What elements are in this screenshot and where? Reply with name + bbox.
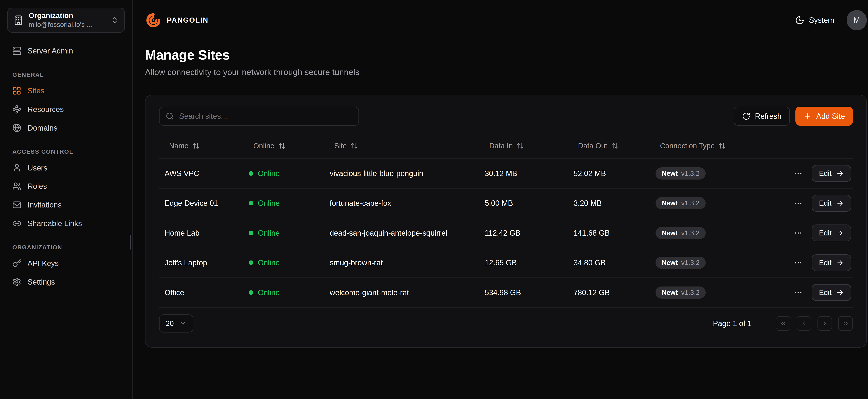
data-out-cell: 52.02 MB bbox=[568, 169, 650, 178]
next-page-button[interactable] bbox=[817, 316, 832, 331]
chevrons-right-icon bbox=[842, 320, 849, 327]
sidebar-item-label: Invitations bbox=[28, 200, 62, 210]
row-actions-cell: Edit bbox=[787, 224, 856, 241]
connection-type-cell: Newt v1.3.2 bbox=[650, 197, 787, 209]
row-menu-button[interactable] bbox=[793, 287, 804, 298]
row-actions-cell: Edit bbox=[787, 254, 856, 271]
page-size-select[interactable]: 20 bbox=[159, 314, 193, 333]
arrow-right-icon bbox=[836, 288, 844, 296]
online-label: Online bbox=[258, 258, 280, 267]
refresh-button[interactable]: Refresh bbox=[734, 106, 790, 126]
sidebar-item-label: Resources bbox=[28, 104, 64, 114]
edit-button[interactable]: Edit bbox=[812, 195, 851, 212]
connection-version: v1.3.2 bbox=[681, 170, 700, 177]
sidebar: Organization milo@fossorial.io's ... Ser… bbox=[0, 0, 133, 399]
toolbar-actions: Refresh Add Site bbox=[734, 106, 853, 126]
edit-button[interactable]: Edit bbox=[812, 254, 851, 271]
search-sites bbox=[159, 106, 359, 126]
sidebar-item-invitations[interactable]: Invitations bbox=[7, 195, 125, 214]
add-site-button[interactable]: Add Site bbox=[796, 106, 853, 126]
sites-panel: Refresh Add Site Name bbox=[145, 95, 867, 347]
sidebar-item-label: Settings bbox=[28, 277, 55, 287]
connection-badge: Newt v1.3.2 bbox=[655, 167, 706, 180]
connection-client: Newt bbox=[662, 229, 678, 237]
online-dot bbox=[249, 171, 253, 176]
row-menu-button[interactable] bbox=[793, 197, 804, 209]
theme-toggle[interactable]: System bbox=[795, 16, 834, 25]
column-header-data-out[interactable]: Data Out bbox=[568, 142, 650, 150]
row-actions-cell: Edit bbox=[787, 195, 856, 212]
sidebar-item-shareable-links[interactable]: Shareable Links bbox=[7, 214, 125, 233]
search-input[interactable] bbox=[179, 112, 352, 121]
sort-icon bbox=[517, 142, 524, 150]
online-label: Online bbox=[258, 199, 280, 208]
last-page-button[interactable] bbox=[838, 316, 853, 331]
data-out-cell: 34.80 GB bbox=[568, 258, 650, 267]
row-menu-button[interactable] bbox=[793, 227, 804, 239]
edit-button[interactable]: Edit bbox=[812, 284, 851, 301]
connection-version: v1.3.2 bbox=[681, 289, 700, 296]
edit-label: Edit bbox=[819, 199, 832, 207]
add-site-label: Add Site bbox=[816, 112, 845, 121]
edit-label: Edit bbox=[819, 169, 832, 178]
section-label-organization: ORGANIZATION bbox=[12, 244, 120, 251]
row-menu-button[interactable] bbox=[793, 257, 804, 269]
site-name-cell: Office bbox=[159, 288, 243, 297]
table-row: Edge Device 01 Online fortunate-cape-fox… bbox=[159, 188, 853, 218]
connection-client: Newt bbox=[662, 259, 678, 267]
pagination: Page 1 of 1 bbox=[713, 316, 853, 331]
column-header-online[interactable]: Online bbox=[243, 142, 324, 150]
column-header-connection-type[interactable]: Connection Type bbox=[650, 142, 787, 150]
sidebar-item-label: Server Admin bbox=[28, 46, 73, 56]
sidebar-scrollbar-thumb[interactable] bbox=[130, 235, 132, 249]
avatar[interactable]: M bbox=[847, 10, 867, 30]
edit-label: Edit bbox=[819, 229, 832, 237]
org-selector-subtitle: milo@fossorial.io's ... bbox=[29, 21, 106, 29]
edit-button[interactable]: Edit bbox=[812, 165, 851, 182]
search-icon bbox=[166, 112, 174, 121]
column-header-site[interactable]: Site bbox=[324, 142, 479, 150]
connection-version: v1.3.2 bbox=[681, 259, 700, 267]
chevrons-left-icon bbox=[779, 320, 787, 327]
edit-button[interactable]: Edit bbox=[812, 224, 851, 241]
main-area: PANGOLIN System M Manage Sites Allow con… bbox=[133, 0, 868, 399]
chevrons-up-down-icon bbox=[111, 16, 119, 24]
row-actions-cell: Edit bbox=[787, 165, 856, 182]
prev-page-button[interactable] bbox=[797, 316, 811, 331]
arrow-right-icon bbox=[836, 170, 844, 177]
sort-icon bbox=[611, 142, 618, 150]
sites-toolbar: Refresh Add Site bbox=[159, 106, 853, 126]
brand: PANGOLIN bbox=[145, 12, 209, 29]
brand-name: PANGOLIN bbox=[167, 16, 209, 24]
column-header-data-in[interactable]: Data In bbox=[479, 142, 568, 150]
table-row: AWS VPC Online vivacious-little-blue-pen… bbox=[159, 158, 853, 188]
site-id-cell: vivacious-little-blue-penguin bbox=[324, 169, 479, 178]
sidebar-item-roles[interactable]: Roles bbox=[7, 177, 125, 196]
sidebar-item-api-keys[interactable]: API Keys bbox=[7, 254, 125, 273]
first-page-button[interactable] bbox=[776, 316, 790, 331]
row-menu-button[interactable] bbox=[793, 168, 804, 179]
column-label: Connection Type bbox=[660, 142, 715, 150]
org-selector-title: Organization bbox=[29, 11, 106, 20]
sidebar-item-label: Shareable Links bbox=[28, 219, 82, 228]
data-out-cell: 780.12 GB bbox=[568, 288, 650, 297]
sidebar-nav: Server Admin GENERAL Sites Resources Dom bbox=[7, 41, 125, 291]
sidebar-item-server-admin[interactable]: Server Admin bbox=[7, 41, 125, 60]
sidebar-item-resources[interactable]: Resources bbox=[7, 100, 125, 119]
table-row: Home Lab Online dead-san-joaquin-antelop… bbox=[159, 218, 853, 248]
connection-badge: Newt v1.3.2 bbox=[655, 197, 706, 209]
online-label: Online bbox=[258, 229, 280, 237]
sidebar-item-domains[interactable]: Domains bbox=[7, 119, 125, 137]
sidebar-item-settings[interactable]: Settings bbox=[7, 273, 125, 291]
sidebar-item-sites[interactable]: Sites bbox=[7, 82, 125, 100]
sort-icon bbox=[351, 142, 358, 150]
column-header-name[interactable]: Name bbox=[159, 142, 243, 150]
data-in-cell: 534.98 GB bbox=[479, 288, 568, 297]
org-selector[interactable]: Organization milo@fossorial.io's ... bbox=[7, 8, 125, 32]
connection-badge: Newt v1.3.2 bbox=[655, 227, 706, 239]
key-icon bbox=[12, 259, 21, 268]
chevron-left-icon bbox=[800, 320, 808, 327]
sidebar-item-users[interactable]: Users bbox=[7, 158, 125, 177]
section-label-general: GENERAL bbox=[12, 71, 120, 78]
sidebar-item-label: Users bbox=[28, 163, 48, 173]
